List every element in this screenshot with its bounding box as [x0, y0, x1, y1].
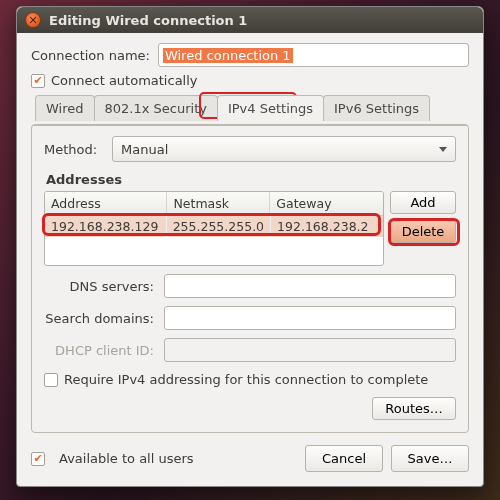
addresses-row[interactable]: 192.168.238.129 255.255.255.0 192.168.23…	[45, 216, 383, 237]
save-button[interactable]: Save…	[391, 445, 469, 472]
network-connection-dialog: ✕ Editing Wired connection 1 Connection …	[16, 6, 484, 487]
cancel-button[interactable]: Cancel	[305, 445, 383, 472]
chevron-down-icon	[439, 147, 447, 152]
dhcp-client-id-label: DHCP client ID:	[44, 343, 164, 358]
connect-automatically-label: Connect automatically	[51, 73, 198, 88]
col-netmask[interactable]: Netmask	[167, 192, 270, 216]
delete-button[interactable]: Delete	[390, 220, 456, 243]
search-domains-input[interactable]	[164, 306, 456, 330]
routes-button[interactable]: Routes…	[372, 397, 456, 420]
cell-gateway[interactable]: 192.168.238.2	[271, 216, 383, 237]
require-ipv4-label: Require IPv4 addressing for this connect…	[64, 372, 428, 387]
cell-netmask[interactable]: 255.255.255.0	[167, 216, 271, 237]
require-ipv4-checkbox[interactable]	[44, 373, 58, 387]
search-domains-label: Search domains:	[44, 311, 164, 326]
close-icon[interactable]: ✕	[25, 12, 41, 28]
connection-name-value: Wired connection 1	[163, 48, 293, 63]
connection-name-label: Connection name:	[31, 48, 150, 63]
dhcp-client-id-input	[164, 338, 456, 362]
available-to-all-label: Available to all users	[59, 451, 194, 466]
tab-wired[interactable]: Wired	[35, 95, 95, 121]
method-value: Manual	[121, 142, 168, 157]
window-title: Editing Wired connection 1	[49, 13, 247, 28]
col-address[interactable]: Address	[45, 192, 167, 216]
dns-servers-label: DNS servers:	[44, 279, 164, 294]
addresses-heading: Addresses	[46, 172, 456, 187]
tab-ipv4-settings[interactable]: IPv4 Settings	[217, 95, 324, 121]
method-select[interactable]: Manual	[112, 136, 456, 162]
connection-name-input[interactable]: Wired connection 1	[158, 43, 469, 67]
dns-servers-input[interactable]	[164, 274, 456, 298]
connect-automatically-checkbox[interactable]	[31, 74, 45, 88]
addresses-table[interactable]: Address Netmask Gateway 192.168.238.129 …	[44, 191, 384, 266]
tab-ipv6-settings[interactable]: IPv6 Settings	[323, 95, 430, 121]
cell-address[interactable]: 192.168.238.129	[45, 216, 167, 237]
method-label: Method:	[44, 142, 104, 157]
tab-row: Wired 802.1x Security IPv4 Settings IPv6…	[31, 95, 469, 121]
titlebar[interactable]: ✕ Editing Wired connection 1	[17, 7, 483, 33]
col-gateway[interactable]: Gateway	[270, 192, 383, 216]
tabpane-ipv4: Method: Manual Addresses Address Netmask	[32, 125, 468, 432]
tab-8021x-security[interactable]: 802.1x Security	[94, 95, 218, 121]
available-to-all-checkbox[interactable]	[31, 452, 45, 466]
add-button[interactable]: Add	[390, 191, 456, 214]
addresses-header-row: Address Netmask Gateway	[45, 192, 383, 216]
tabs-frame: Method: Manual Addresses Address Netmask	[31, 124, 469, 433]
